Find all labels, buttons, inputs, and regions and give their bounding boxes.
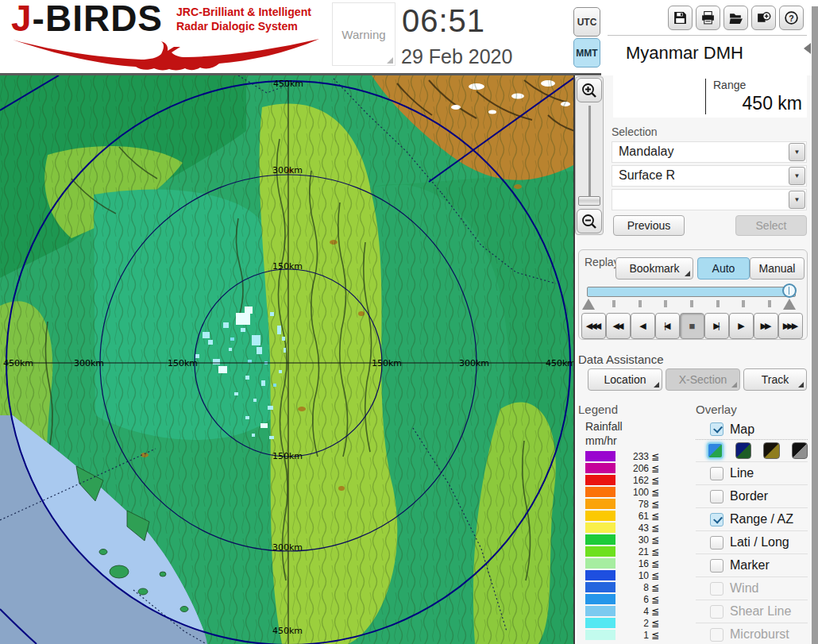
legend-color-swatch	[585, 463, 615, 473]
transport-play-button[interactable]: ▶	[729, 313, 754, 339]
legend-lte-symbol: ≦	[651, 487, 659, 498]
zoom-out-button[interactable]	[577, 209, 602, 233]
overlay-checkbox[interactable]	[710, 422, 723, 436]
transport-step-forward-button[interactable]: ▶|	[704, 313, 729, 339]
capture-button[interactable]	[751, 6, 776, 30]
legend-lte-symbol: ≦	[651, 451, 659, 462]
overlay-item-label: Range / AZ	[730, 512, 793, 526]
transport-play-reverse-button[interactable]: ◀	[631, 313, 655, 339]
overlay-checkbox[interactable]	[710, 513, 723, 526]
legend-color-swatch	[585, 570, 615, 580]
mmt-button[interactable]: MMT	[573, 38, 600, 67]
menu-corner-icon	[654, 382, 659, 388]
utc-button[interactable]: UTC	[573, 7, 600, 37]
site-dropdown-value: Mandalay	[619, 145, 673, 159]
legend-color-swatch	[585, 618, 615, 628]
open-file-button[interactable]	[723, 6, 748, 30]
range-ring-label: 300km	[272, 542, 303, 553]
range-ring-label: 300km	[74, 358, 104, 368]
overlay-item-wind: Wind	[696, 577, 808, 600]
select-button[interactable]: Select	[735, 215, 807, 236]
overlay-checkbox[interactable]	[710, 559, 723, 573]
chevron-down-icon[interactable]: ▼	[789, 167, 805, 185]
print-button[interactable]	[696, 6, 720, 30]
product-dropdown[interactable]: Surface R ▼	[612, 165, 807, 187]
legend-color-swatch	[585, 451, 615, 461]
map-style-navy-darkgreen[interactable]	[735, 442, 751, 459]
legend-value: 61	[615, 511, 649, 522]
overlay-checkbox[interactable]	[710, 536, 723, 550]
overlay-item-label: Line	[730, 466, 754, 480]
radar-echo-cell	[279, 370, 282, 373]
help-button[interactable]: ?	[779, 6, 804, 30]
previous-button[interactable]: Previous	[613, 215, 685, 236]
panel-edge-strip[interactable]	[812, 6, 818, 644]
site-dropdown[interactable]: Mandalay ▼	[612, 141, 807, 163]
overlay-checkbox[interactable]	[710, 467, 723, 480]
replay-range-end-marker[interactable]	[783, 299, 796, 310]
overlay-item-label: Map	[730, 422, 754, 437]
map-style-blue-green[interactable]	[707, 442, 723, 459]
transport-step-back-button[interactable]: |◀	[655, 313, 680, 339]
radar-echo-cell	[223, 322, 229, 328]
bookmark-button[interactable]: Bookmark	[615, 257, 693, 280]
radar-map-viewport[interactable]: 450km300km150km150km300km450km450km300km…	[0, 75, 575, 644]
radar-echo-cell	[234, 392, 238, 395]
zoom-slider-track[interactable]	[588, 106, 591, 206]
replay-slider-handle[interactable]	[782, 283, 797, 298]
transport-forward-fastest-button[interactable]: ▶▶▶	[778, 313, 803, 339]
manual-mode-button[interactable]: Manual	[750, 257, 804, 280]
overlay-list: Map Line Border Range / AZ Lati / Long M…	[696, 419, 808, 644]
transport-stop-button[interactable]: ■	[680, 313, 704, 339]
track-button[interactable]: Track	[743, 368, 807, 391]
warning-button[interactable]: Warning	[332, 2, 395, 66]
legend-row: 162 ≦	[585, 474, 659, 486]
eagle-logo-icon	[10, 35, 324, 71]
map-style-black-gray[interactable]	[792, 442, 808, 459]
legend-color-swatch	[585, 534, 615, 545]
panel-separator	[608, 35, 807, 36]
legend-lte-symbol: ≦	[651, 546, 659, 557]
overlay-item-range-az: Range / AZ	[696, 508, 808, 531]
transport-forward-fast-button[interactable]: ▶▶	[754, 313, 778, 339]
radar-echo-cell	[261, 380, 265, 386]
clock-time: 06:51	[402, 3, 485, 39]
chevron-down-icon[interactable]: ▼	[789, 143, 805, 161]
map-style-black-olive[interactable]	[763, 442, 779, 459]
zoom-out-icon	[581, 213, 598, 230]
overlay-checkbox[interactable]	[710, 490, 723, 503]
overlay-item-map: Map	[696, 419, 808, 440]
legend-row: 43 ≦	[585, 522, 659, 534]
collapse-panel-icon[interactable]	[804, 43, 811, 54]
legend-row: 21 ≦	[585, 546, 659, 557]
chevron-down-icon[interactable]: ▼	[789, 191, 805, 209]
location-button[interactable]: Location	[588, 368, 662, 391]
legend-value: 43	[615, 523, 649, 534]
radar-echo-cell	[245, 416, 249, 419]
zoom-in-button[interactable]	[577, 78, 602, 102]
x-section-button[interactable]: X-Section	[666, 368, 740, 391]
legend-row: 1 ≦	[585, 629, 659, 641]
option-dropdown[interactable]: ▼	[612, 189, 807, 210]
legend-row: 6 ≦	[585, 593, 659, 605]
range-box: Range 450 km	[613, 75, 807, 118]
radar-echo-cell	[236, 313, 250, 325]
range-ring-label: 450km	[273, 79, 303, 89]
zoom-slider-handle[interactable]	[578, 196, 600, 206]
save-button[interactable]	[668, 6, 693, 30]
auto-mode-button[interactable]: Auto	[697, 257, 750, 280]
slider-tick	[742, 300, 745, 307]
legend-lte-symbol: ≦	[651, 463, 659, 474]
slider-tick	[612, 300, 615, 307]
overlay-item-marker: Marker	[696, 554, 808, 577]
legend-lte-symbol: ≦	[651, 511, 659, 522]
radar-echo-cell	[268, 406, 273, 410]
replay-range-start-marker[interactable]	[582, 299, 595, 310]
transport-rewind-fast-button[interactable]: ◀◀	[606, 313, 631, 339]
site-name: Myanmar DMH	[626, 43, 743, 64]
legend-color-swatch	[585, 606, 615, 616]
map-zoom-widget	[575, 76, 604, 235]
range-ring-label: 300km	[272, 165, 303, 175]
replay-slider-track[interactable]	[587, 287, 796, 297]
transport-rewind-fastest-button[interactable]: ◀◀◀	[581, 313, 606, 339]
